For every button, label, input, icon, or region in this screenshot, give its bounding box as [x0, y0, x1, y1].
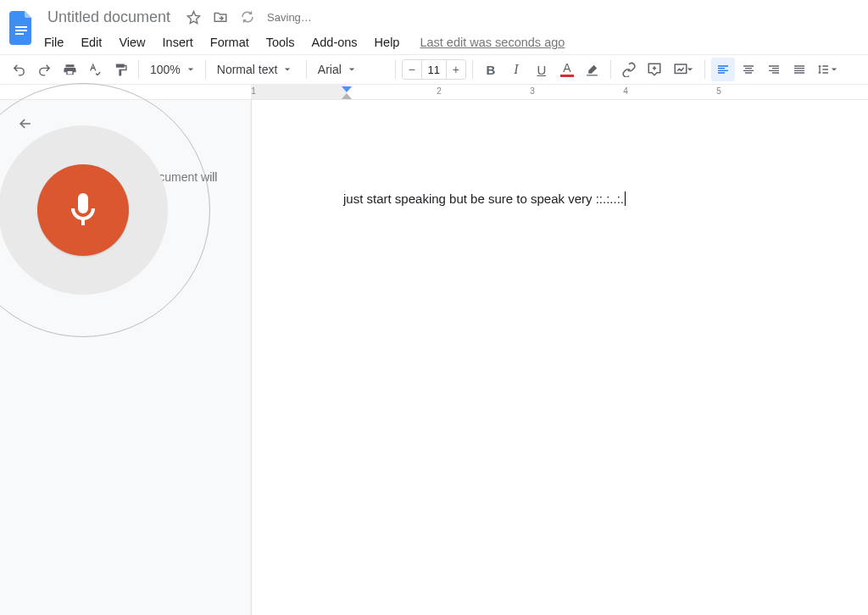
- app-header: Untitled document Saving… File Edit View…: [0, 0, 868, 54]
- chevron-down-icon: [284, 66, 291, 73]
- svg-rect-0: [15, 26, 27, 28]
- menu-bar: File Edit View Insert Format Tools Add-o…: [42, 30, 868, 54]
- menu-insert[interactable]: Insert: [154, 32, 202, 53]
- outline-back-button[interactable]: [14, 112, 37, 136]
- paragraph-style-value: Normal text: [217, 63, 278, 76]
- document-text: just start speaking but be sure to speak…: [343, 191, 624, 206]
- bold-button[interactable]: B: [479, 58, 503, 81]
- spellcheck-button[interactable]: [83, 58, 107, 81]
- chevron-down-icon: [348, 66, 355, 73]
- svg-rect-2: [15, 33, 24, 35]
- highlight-button[interactable]: [581, 58, 604, 81]
- menu-view[interactable]: View: [110, 32, 153, 53]
- document-page[interactable]: just start speaking but be sure to speak…: [251, 100, 868, 615]
- ruler-number: 2: [437, 86, 442, 96]
- font-size-stepper: − 11 +: [402, 59, 466, 80]
- paint-format-button[interactable]: [108, 58, 132, 81]
- underline-button[interactable]: U: [530, 58, 554, 81]
- toolbar-separator: [395, 60, 396, 79]
- document-title[interactable]: Untitled document: [42, 7, 175, 28]
- text-color-swatch: [560, 75, 574, 77]
- last-edit-link[interactable]: Last edit was seconds ago: [420, 36, 565, 49]
- redo-button[interactable]: [32, 58, 56, 81]
- menu-file[interactable]: File: [42, 32, 72, 53]
- font-size-increase[interactable]: +: [447, 60, 465, 79]
- insert-comment-button[interactable]: [643, 58, 666, 81]
- font-size-value[interactable]: 11: [421, 60, 447, 79]
- left-indent-marker[interactable]: [342, 93, 352, 99]
- docs-logo[interactable]: [5, 5, 39, 51]
- zoom-value: 100%: [150, 63, 181, 76]
- ruler-number: 5: [716, 86, 721, 96]
- cloud-status-icon: [238, 8, 257, 26]
- align-right-button[interactable]: [762, 58, 786, 81]
- undo-button[interactable]: [7, 58, 31, 81]
- align-left-button[interactable]: [711, 58, 735, 81]
- menu-addons[interactable]: Add-ons: [303, 32, 366, 53]
- outline-panel: Headings you add to the document will ap…: [0, 100, 251, 615]
- voice-mic-button[interactable]: [37, 164, 129, 256]
- ruler-margin-left: [251, 85, 347, 99]
- toolbar-separator: [704, 60, 705, 79]
- print-button[interactable]: [58, 58, 81, 81]
- align-justify-button[interactable]: [787, 58, 811, 81]
- italic-button[interactable]: I: [504, 58, 528, 81]
- horizontal-ruler[interactable]: 1 2 3 4 5: [0, 85, 868, 100]
- toolbar-separator: [610, 60, 611, 79]
- align-center-button[interactable]: [737, 58, 760, 81]
- first-line-indent-marker[interactable]: [342, 86, 352, 92]
- ruler-number: 4: [623, 86, 628, 96]
- insert-link-button[interactable]: [617, 58, 641, 81]
- ruler-number: 3: [530, 86, 535, 96]
- toolbar-separator: [306, 60, 307, 79]
- chevron-down-icon: [187, 66, 194, 73]
- toolbar-separator: [205, 60, 206, 79]
- line-spacing-button[interactable]: [813, 58, 842, 81]
- text-color-button[interactable]: A: [555, 58, 579, 81]
- font-size-decrease[interactable]: −: [403, 60, 421, 79]
- toolbar-separator: [138, 60, 139, 79]
- move-icon[interactable]: [211, 8, 230, 26]
- toolbar-separator: [472, 60, 473, 79]
- ruler-number: 1: [251, 86, 256, 96]
- microphone-icon: [63, 190, 103, 230]
- zoom-select[interactable]: 100%: [145, 58, 199, 81]
- star-icon[interactable]: [184, 8, 203, 26]
- chevron-down-icon: [831, 66, 837, 73]
- toolbar: 100% Normal text Arial − 11 + B I U A: [0, 54, 868, 85]
- menu-edit[interactable]: Edit: [72, 32, 110, 53]
- insert-image-button[interactable]: [668, 58, 698, 81]
- menu-format[interactable]: Format: [202, 32, 258, 53]
- menu-help[interactable]: Help: [366, 32, 409, 53]
- text-cursor: [625, 191, 626, 206]
- font-family-select[interactable]: Arial: [313, 58, 389, 81]
- svg-rect-3: [675, 64, 687, 74]
- chevron-down-icon: [687, 66, 693, 73]
- svg-rect-1: [15, 30, 27, 31]
- saving-status: Saving…: [267, 11, 312, 24]
- editor-body: Headings you add to the document will ap…: [0, 100, 868, 615]
- font-family-value: Arial: [318, 63, 342, 76]
- paragraph-style-select[interactable]: Normal text: [212, 58, 300, 81]
- menu-tools[interactable]: Tools: [258, 32, 303, 53]
